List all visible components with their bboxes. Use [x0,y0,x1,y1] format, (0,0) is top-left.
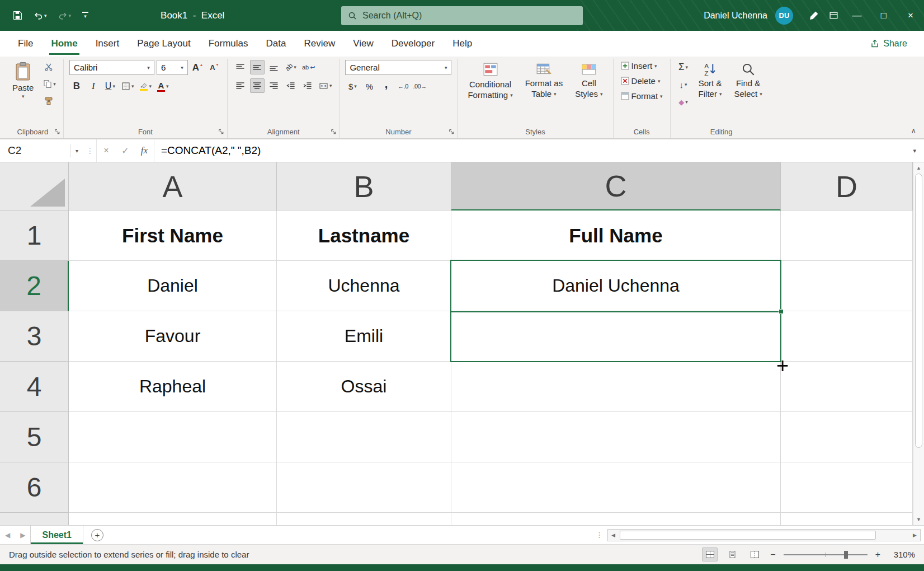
zoom-slider[interactable] [784,554,868,555]
cell-D7[interactable] [781,513,913,525]
center-button[interactable] [250,78,265,93]
find-select-button[interactable]: Find & Select▾ [729,60,766,100]
increase-decimal-button[interactable]: ←.0 [395,79,410,93]
fill-color-dropdown-icon[interactable]: ▾ [149,83,152,89]
font-color-button[interactable]: A ▾ [155,79,171,93]
decrease-font-size-button[interactable]: A▾ [207,60,221,75]
tab-view[interactable]: View [344,31,383,57]
format-cells-button[interactable]: Format ▾ [619,90,664,102]
cell-C7[interactable] [451,513,781,525]
cell-B1[interactable]: Lastname [277,210,451,261]
tab-bar-splitter[interactable]: ⋮ [591,531,607,539]
decrease-indent-button[interactable] [284,78,298,93]
find-select-dropdown-icon[interactable]: ▾ [760,91,762,97]
search-box[interactable] [341,6,583,25]
cell-D5[interactable] [781,412,913,462]
clipboard-dialog-launcher[interactable] [54,128,62,135]
zoom-in-button[interactable]: + [874,550,881,560]
copy-button[interactable]: ▾ [41,77,58,91]
cell-styles-dropdown-icon[interactable]: ▾ [600,91,603,97]
accounting-dropdown-icon[interactable]: ▾ [354,83,357,89]
tab-insert[interactable]: Insert [87,31,129,57]
row-header-7[interactable] [0,513,69,525]
align-left-button[interactable] [233,78,248,93]
cancel-button[interactable]: × [97,139,116,162]
customize-qat-button[interactable]: ▾ [77,8,93,22]
column-header-B[interactable]: B [277,162,451,210]
sort-filter-button[interactable]: AZ Sort & Filter▾ [694,60,727,100]
cell-C6[interactable] [451,462,781,513]
cell-A1[interactable]: First Name [69,210,277,261]
cell-C1[interactable]: Full Name [451,210,781,261]
tab-home[interactable]: Home [42,31,86,57]
comma-style-button[interactable]: , [379,79,393,93]
top-align-button[interactable] [233,60,248,74]
number-dialog-launcher[interactable] [447,128,455,135]
tab-file[interactable]: File [9,31,42,57]
undo-dropdown-icon[interactable]: ▾ [44,13,47,18]
wrap-text-button[interactable]: ab ↩ [300,60,317,74]
autosum-button[interactable]: Σ ▾ [676,60,691,74]
column-header-C[interactable]: C [451,162,781,210]
alignment-dialog-launcher[interactable] [329,128,337,135]
underline-dropdown-icon[interactable]: ▾ [112,83,115,89]
bottom-align-button[interactable] [267,60,281,74]
tab-help[interactable]: Help [444,31,481,57]
increase-indent-button[interactable] [300,78,315,93]
search-input[interactable] [362,11,576,21]
cell-C3[interactable] [451,311,781,362]
paste-dropdown-icon[interactable]: ▾ [22,93,25,99]
select-all-button[interactable] [0,162,69,210]
avatar[interactable]: DU [775,7,793,25]
scroll-up-icon[interactable]: ▲ [916,162,921,174]
font-size-dropdown-icon[interactable]: ▾ [181,65,183,71]
row-header-3[interactable]: 3 [0,311,69,362]
row-header-2[interactable]: 2 [0,261,69,311]
font-name-dropdown-icon[interactable]: ▾ [147,65,150,71]
cell-A7[interactable] [69,513,277,525]
cell-A4[interactable]: Rapheal [69,362,277,412]
accounting-format-button[interactable]: $ ▾ [345,79,360,93]
zoom-level[interactable]: 310% [888,550,915,559]
italic-button[interactable]: I [86,79,101,93]
font-color-dropdown-icon[interactable]: ▾ [166,83,169,89]
scroll-right-icon[interactable]: ▶ [909,532,920,538]
redo-dropdown-icon[interactable]: ▾ [69,13,72,18]
add-sheet-button[interactable]: + [91,529,103,541]
sheet-nav-left-icon[interactable]: ◀ [0,531,15,539]
zoom-slider-thumb[interactable] [844,551,848,559]
tab-review[interactable]: Review [295,31,344,57]
cell-C4[interactable] [451,362,781,412]
sheet-nav-right-icon[interactable]: ▶ [15,531,30,539]
insert-cells-button[interactable]: Insert ▾ [619,60,659,72]
share-button[interactable]: Share [865,36,913,52]
enter-button[interactable]: ✓ [116,139,135,162]
format-as-table-dropdown-icon[interactable]: ▾ [554,91,557,97]
row-header-4[interactable]: 4 [0,362,69,412]
number-format-dropdown-icon[interactable]: ▾ [445,65,447,71]
scroll-down-icon[interactable]: ▼ [916,514,921,525]
name-box[interactable]: C2 ▾ [0,139,84,162]
vertical-scrollbar-thumb[interactable] [915,174,922,448]
page-break-view-button[interactable] [747,547,762,561]
bold-button[interactable]: B [69,79,84,93]
cell-B2[interactable]: Uchenna [277,261,451,311]
delete-cells-button[interactable]: Delete ▾ [619,75,662,87]
middle-align-button[interactable] [250,60,265,74]
tab-formulas[interactable]: Formulas [200,31,257,57]
conditional-formatting-button[interactable]: Conditional Formatting▾ [463,60,517,101]
cell-A2[interactable]: Daniel [69,261,277,311]
cell-D2[interactable] [781,261,913,311]
cell-A6[interactable] [69,462,277,513]
formula-input[interactable]: =CONCAT(A2," ",B2) [154,139,905,162]
borders-button[interactable]: ▾ [120,79,136,93]
cell-A3[interactable]: Favour [69,311,277,362]
delete-dropdown-icon[interactable]: ▾ [658,78,661,84]
format-dropdown-icon[interactable]: ▾ [660,93,663,99]
fill-button[interactable]: ↓ ▾ [676,77,691,92]
percent-style-button[interactable]: % [362,79,376,93]
align-right-button[interactable] [267,78,281,93]
horizontal-scrollbar-track[interactable] [619,530,909,541]
close-button[interactable]: × [897,0,924,31]
cell-B6[interactable] [277,462,451,513]
